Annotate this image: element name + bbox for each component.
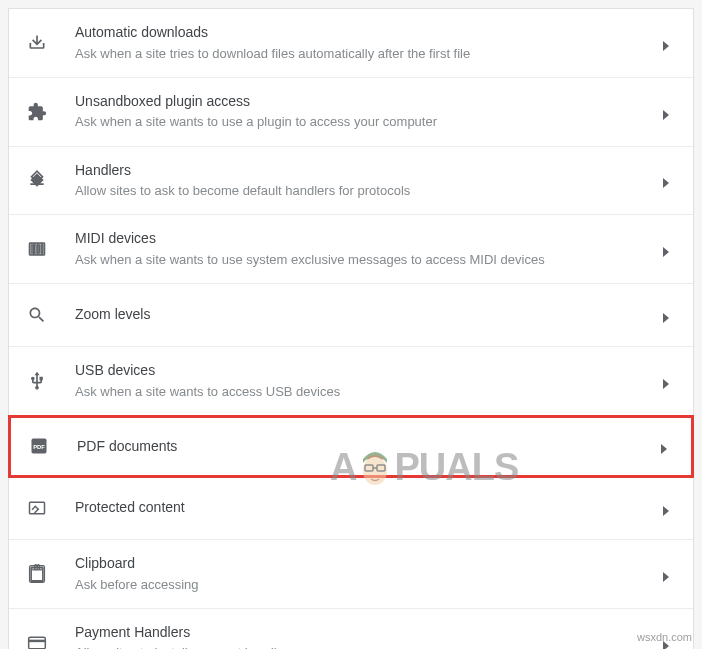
setting-text: ClipboardAsk before accessing bbox=[75, 554, 647, 594]
chevron-right-icon bbox=[663, 375, 671, 387]
setting-description: Ask before accessing bbox=[75, 576, 647, 594]
setting-text: Protected content bbox=[75, 498, 647, 518]
setting-title: USB devices bbox=[75, 361, 647, 381]
setting-text: Unsandboxed plugin accessAsk when a site… bbox=[75, 92, 647, 132]
chevron-right-icon bbox=[661, 440, 669, 452]
setting-description: Ask when a site wants to access USB devi… bbox=[75, 383, 647, 401]
svg-rect-10 bbox=[29, 639, 46, 642]
protected-icon bbox=[27, 498, 47, 518]
setting-text: HandlersAllow sites to ask to become def… bbox=[75, 161, 647, 201]
setting-title: Handlers bbox=[75, 161, 647, 181]
setting-row-puzzle[interactable]: Unsandboxed plugin accessAsk when a site… bbox=[9, 78, 693, 147]
setting-row-pdf[interactable]: PDFPDF documents bbox=[8, 415, 694, 478]
setting-text: MIDI devicesAsk when a site wants to use… bbox=[75, 229, 647, 269]
chevron-right-icon bbox=[663, 568, 671, 580]
pdf-icon: PDF bbox=[29, 436, 49, 456]
payment-icon bbox=[27, 633, 47, 649]
search-icon bbox=[27, 305, 47, 325]
download-icon bbox=[27, 33, 47, 53]
setting-description: Allow sites to install payment handlers bbox=[75, 644, 647, 649]
setting-text: PDF documents bbox=[77, 437, 645, 457]
setting-title: Protected content bbox=[75, 498, 647, 518]
chevron-right-icon bbox=[663, 309, 671, 321]
chevron-right-icon bbox=[663, 502, 671, 514]
setting-title: PDF documents bbox=[77, 437, 645, 457]
setting-description: Ask when a site wants to use a plugin to… bbox=[75, 113, 647, 131]
svg-text:PDF: PDF bbox=[33, 444, 45, 450]
setting-text: Payment HandlersAllow sites to install p… bbox=[75, 623, 647, 649]
setting-title: Automatic downloads bbox=[75, 23, 647, 43]
setting-title: Unsandboxed plugin access bbox=[75, 92, 647, 112]
usb-icon bbox=[27, 371, 47, 391]
midi-icon bbox=[27, 239, 47, 259]
chevron-right-icon bbox=[663, 37, 671, 49]
setting-text: Automatic downloadsAsk when a site tries… bbox=[75, 23, 647, 63]
setting-description: Allow sites to ask to become default han… bbox=[75, 182, 647, 200]
setting-description: Ask when a site wants to use system excl… bbox=[75, 251, 647, 269]
setting-row-payment[interactable]: Payment HandlersAllow sites to install p… bbox=[9, 609, 693, 649]
chevron-right-icon bbox=[663, 174, 671, 186]
clipboard-icon bbox=[27, 564, 47, 584]
setting-text: USB devicesAsk when a site wants to acce… bbox=[75, 361, 647, 401]
setting-row-search[interactable]: Zoom levels bbox=[9, 284, 693, 347]
setting-title: MIDI devices bbox=[75, 229, 647, 249]
setting-row-usb[interactable]: USB devicesAsk when a site wants to acce… bbox=[9, 347, 693, 416]
handlers-icon bbox=[27, 170, 47, 190]
setting-title: Payment Handlers bbox=[75, 623, 647, 643]
setting-text: Zoom levels bbox=[75, 305, 647, 325]
puzzle-icon bbox=[27, 102, 47, 122]
setting-row-clipboard[interactable]: ClipboardAsk before accessing bbox=[9, 540, 693, 609]
settings-panel: Automatic downloadsAsk when a site tries… bbox=[8, 8, 694, 649]
setting-row-handlers[interactable]: HandlersAllow sites to ask to become def… bbox=[9, 147, 693, 216]
chevron-right-icon bbox=[663, 106, 671, 118]
setting-row-protected[interactable]: Protected content bbox=[9, 477, 693, 540]
setting-row-download[interactable]: Automatic downloadsAsk when a site tries… bbox=[9, 9, 693, 78]
setting-row-midi[interactable]: MIDI devicesAsk when a site wants to use… bbox=[9, 215, 693, 284]
svg-rect-9 bbox=[29, 637, 46, 649]
source-label: wsxdn.com bbox=[637, 631, 692, 643]
setting-description: Ask when a site tries to download files … bbox=[75, 45, 647, 63]
chevron-right-icon bbox=[663, 243, 671, 255]
setting-title: Zoom levels bbox=[75, 305, 647, 325]
setting-title: Clipboard bbox=[75, 554, 647, 574]
